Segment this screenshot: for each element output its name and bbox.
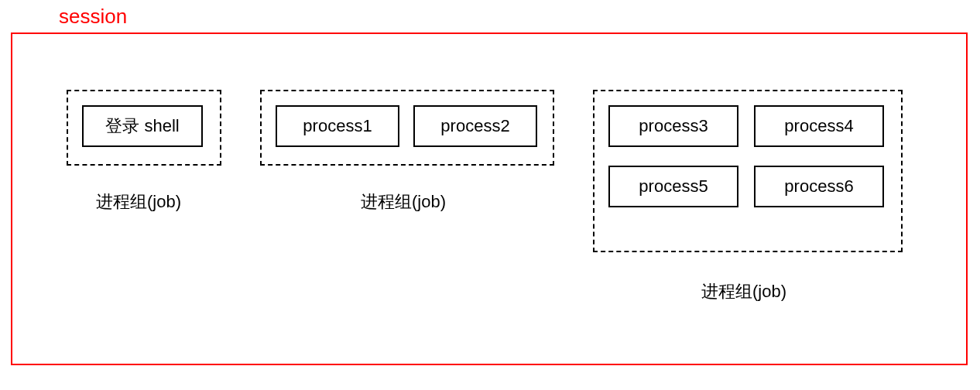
process-group-3-row-2: process5 process6 — [608, 166, 887, 207]
process-group-2-label: 进程组(job) — [361, 190, 446, 214]
process-group-1-label: 进程组(job) — [96, 190, 181, 214]
process-group-3-label: 进程组(job) — [701, 280, 786, 303]
process-group-2: process1 process2 — [260, 90, 554, 166]
process-2: process2 — [413, 105, 537, 147]
process-login-shell: 登录 shell — [82, 105, 203, 147]
process-4: process4 — [754, 105, 884, 147]
session-container: 登录 shell 进程组(job) process1 process2 进程组(… — [11, 32, 968, 365]
process-group-3-row-1: process3 process4 — [608, 105, 887, 147]
process-group-2-row: process1 process2 — [276, 105, 539, 147]
process-6: process6 — [754, 166, 884, 207]
process-group-3: process3 process4 process5 process6 — [593, 90, 903, 252]
process-1: process1 — [276, 105, 399, 147]
process-3: process3 — [608, 105, 738, 147]
process-group-1: 登录 shell — [67, 90, 221, 166]
process-5: process5 — [608, 166, 738, 207]
session-title: session — [59, 5, 127, 29]
process-group-3-inner: process3 process4 process5 process6 — [608, 105, 887, 207]
